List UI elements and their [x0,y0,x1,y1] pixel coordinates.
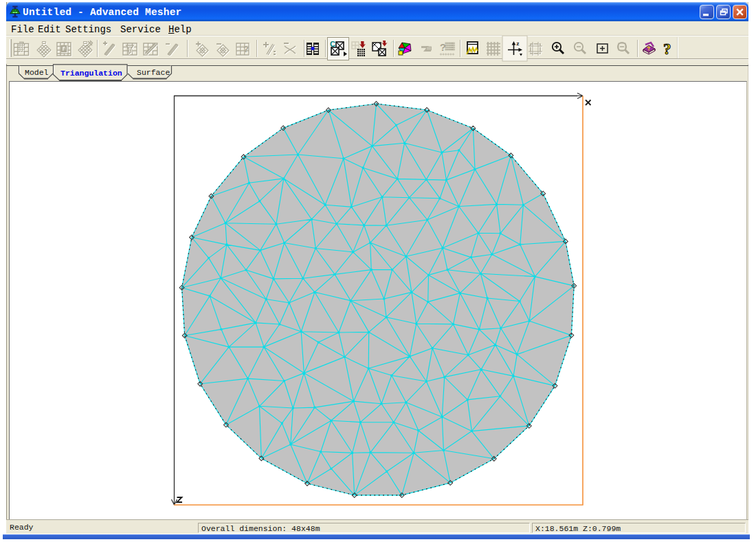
svg-text:?: ? [243,45,249,55]
svg-text:Model: Model [25,68,49,77]
svg-text:Triangulation: Triangulation [60,69,122,78]
svg-text:z: z [516,41,520,47]
svg-text:?: ? [663,41,671,58]
svg-text:C: C [330,40,335,48]
svg-text:Surface: Surface [137,68,170,77]
svg-text:?: ? [440,43,446,54]
